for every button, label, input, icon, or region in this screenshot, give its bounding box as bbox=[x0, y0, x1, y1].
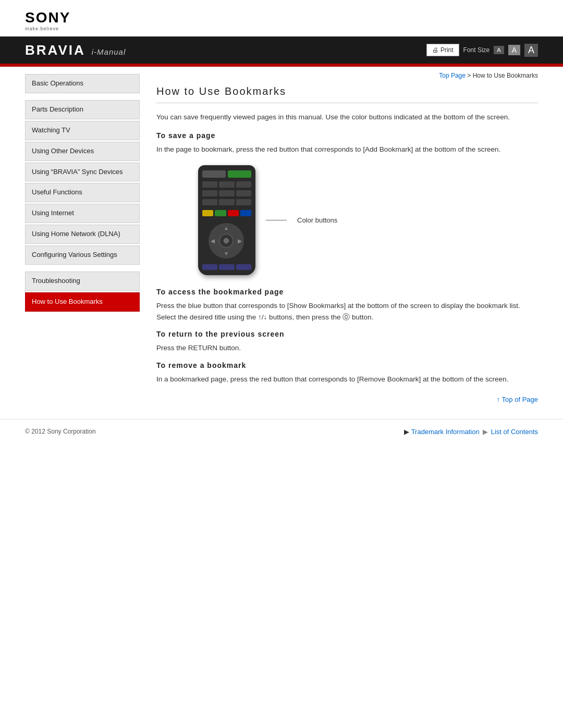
remote-btn-b2 bbox=[219, 264, 234, 270]
font-large-button[interactable]: A bbox=[524, 44, 538, 57]
header-bar: BRAVIA i-Manual 🖨 Print Font Size A A A bbox=[0, 36, 563, 64]
remote-btn-r2-3 bbox=[236, 190, 251, 196]
dpad-center-dot bbox=[224, 238, 229, 243]
breadcrumb-top-page[interactable]: Top Page bbox=[439, 72, 466, 79]
content-area: Top Page > How to Use Bookmarks How to U… bbox=[140, 67, 563, 414]
breadcrumb-current: How to Use Bookmarks bbox=[473, 72, 538, 79]
page-title: How to Use Bookmarks bbox=[156, 85, 538, 103]
sidebar-item-using-internet[interactable]: Using Internet bbox=[25, 204, 140, 223]
logo-bar: SONY make.believe bbox=[0, 0, 563, 36]
remote-btn-r3-3 bbox=[236, 199, 251, 205]
intro-text: You can save frequently viewed pages in … bbox=[156, 112, 538, 123]
sidebar-item-parts-description[interactable]: Parts Description bbox=[25, 100, 140, 119]
dpad-ring: ▲ ▼ ◀ ▶ bbox=[209, 223, 244, 258]
color-btn-red bbox=[228, 210, 239, 216]
color-btn-yellow bbox=[202, 210, 213, 216]
sidebar-item-basic-operations[interactable]: Basic Operations bbox=[25, 74, 140, 93]
dpad-center bbox=[219, 233, 234, 248]
remote-btn-r2-1 bbox=[202, 190, 217, 196]
remote-btn-r3-1 bbox=[202, 199, 217, 205]
remove-section-title: To remove a bookmark bbox=[156, 361, 538, 369]
dpad-right-icon: ▶ bbox=[238, 238, 242, 244]
trademark-link[interactable]: Trademark Information bbox=[411, 428, 480, 436]
sony-logo: SONY bbox=[25, 9, 538, 26]
remote-bottom-buttons bbox=[202, 264, 251, 270]
top-of-page-label: Top of Page bbox=[502, 396, 538, 403]
list-of-contents-link[interactable]: List of Contents bbox=[491, 428, 538, 436]
dpad-left-icon: ◀ bbox=[211, 238, 215, 244]
remote-row-1 bbox=[202, 181, 251, 188]
remote-top-buttons bbox=[202, 170, 251, 178]
remove-section-text: In a bookmarked page, press the red butt… bbox=[156, 374, 538, 385]
color-buttons-label: Color buttons bbox=[297, 216, 337, 224]
return-section-title: To return to the previous screen bbox=[156, 330, 538, 338]
top-of-page-arrow-icon: ↑ bbox=[497, 396, 502, 403]
sidebar: Basic Operations Parts Description Watch… bbox=[0, 67, 140, 414]
remote-btn-r2-2 bbox=[219, 190, 234, 196]
return-section-text: Press the RETURN button. bbox=[156, 342, 538, 354]
print-label: Print bbox=[440, 46, 454, 54]
footer-arrow-trademark-icon: ▶ bbox=[404, 428, 409, 436]
remote-btn-b1 bbox=[202, 264, 217, 270]
remote-control: ▲ ▼ ◀ ▶ bbox=[198, 165, 255, 275]
sidebar-item-configuring-various[interactable]: Configuring Various Settings bbox=[25, 245, 140, 265]
main-layout: Basic Operations Parts Description Watch… bbox=[0, 67, 563, 414]
access-section-text: Press the blue button that corresponds t… bbox=[156, 300, 538, 323]
save-section-text: In the page to bookmark, press the red b… bbox=[156, 144, 538, 155]
footer-links: ▶ Trademark Information ▶ List of Conten… bbox=[404, 428, 538, 436]
sidebar-item-useful-functions[interactable]: Useful Functions bbox=[25, 183, 140, 202]
footer: © 2012 Sony Corporation ▶ Trademark Info… bbox=[0, 419, 563, 444]
breadcrumb-separator: > bbox=[467, 72, 472, 79]
sidebar-item-using-bravia-sync[interactable]: Using “BRAVIA” Sync Devices bbox=[25, 163, 140, 182]
remote-row-3 bbox=[202, 199, 251, 205]
font-medium-button[interactable]: A bbox=[508, 45, 520, 55]
print-button[interactable]: 🖨 Print bbox=[426, 44, 459, 56]
copyright-text: © 2012 Sony Corporation bbox=[25, 428, 96, 435]
sidebar-item-how-to-use-bookmarks[interactable]: How to Use Bookmarks bbox=[25, 292, 140, 312]
remote-btn-gray bbox=[202, 170, 226, 178]
footer-separator: ▶ bbox=[483, 428, 488, 436]
remote-btn-r1-3 bbox=[236, 181, 251, 188]
header-controls: 🖨 Print Font Size A A A bbox=[426, 44, 538, 57]
save-section-title: To save a page bbox=[156, 131, 538, 140]
remote-illustration: ▲ ▼ ◀ ▶ Color buttons bbox=[198, 165, 538, 275]
imanual-label: i-Manual bbox=[92, 47, 126, 56]
sidebar-item-watching-tv[interactable]: Watching TV bbox=[25, 121, 140, 140]
remote-btn-green bbox=[228, 170, 251, 178]
font-size-label: Font Size bbox=[463, 46, 490, 54]
remote-btn-r1-2 bbox=[219, 181, 234, 188]
top-of-page-link[interactable]: ↑ Top of Page bbox=[497, 396, 538, 403]
font-small-button[interactable]: A bbox=[494, 46, 504, 54]
remote-btn-r3-2 bbox=[219, 199, 234, 205]
sidebar-item-using-other-devices[interactable]: Using Other Devices bbox=[25, 142, 140, 161]
dpad: ▲ ▼ ◀ ▶ bbox=[209, 223, 245, 260]
breadcrumb: Top Page > How to Use Bookmarks bbox=[156, 72, 538, 79]
color-btn-green bbox=[215, 210, 226, 216]
color-buttons-row bbox=[202, 210, 251, 216]
remote-row-2 bbox=[202, 190, 251, 196]
remote-btn-r1-1 bbox=[202, 181, 217, 188]
bravia-title: BRAVIA i-Manual bbox=[25, 42, 126, 58]
color-btn-blue bbox=[240, 210, 251, 216]
connector-line bbox=[266, 220, 287, 220]
remote-btn-b3 bbox=[236, 264, 251, 270]
access-section-title: To access the bookmarked page bbox=[156, 288, 538, 296]
print-icon: 🖨 bbox=[432, 46, 438, 54]
dpad-down-icon: ▼ bbox=[224, 251, 229, 256]
bravia-logo: BRAVIA bbox=[25, 42, 85, 58]
top-of-page-container: ↑ Top of Page bbox=[156, 396, 538, 403]
sony-tagline: make.believe bbox=[25, 26, 538, 31]
sidebar-item-using-home-network[interactable]: Using Home Network (DLNA) bbox=[25, 225, 140, 244]
sidebar-item-troubleshooting[interactable]: Troubleshooting bbox=[25, 272, 140, 291]
dpad-up-icon: ▲ bbox=[224, 225, 229, 231]
